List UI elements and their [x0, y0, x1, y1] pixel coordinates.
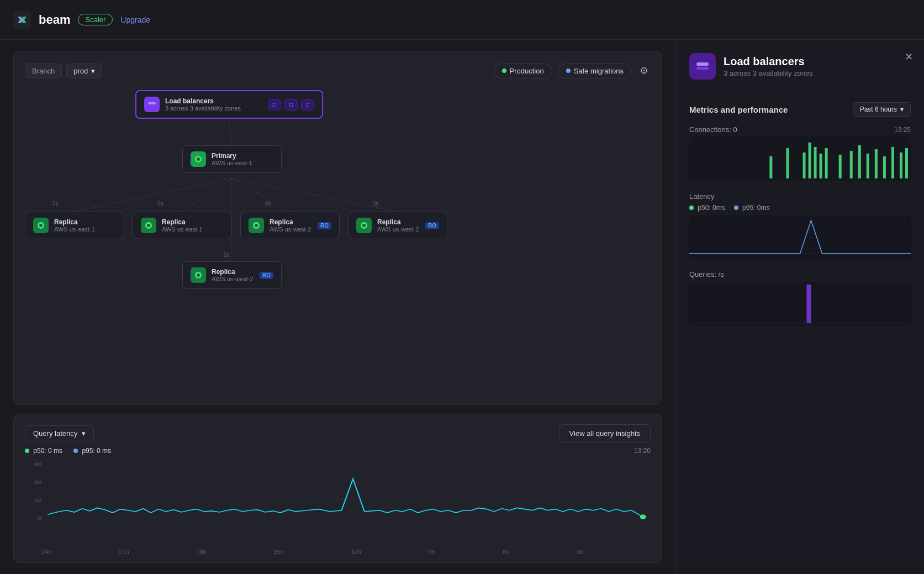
safe-migrations-label: Safe migrations: [574, 67, 624, 75]
p50-legend-value: 0ms: [712, 204, 725, 212]
svg-rect-42: [867, 154, 869, 178]
svg-rect-45: [891, 147, 894, 178]
svg-line-3: [182, 178, 232, 212]
svg-line-1: [229, 124, 232, 145]
svg-line-5: [232, 178, 398, 212]
p50-legend-dot: [689, 206, 694, 210]
main-layout: Branch prod ▾ Production Safe migrations: [0, 40, 924, 574]
latency-legend: p50: 0ms p95: 0ms: [689, 204, 911, 212]
replica-node-2[interactable]: Replica AWS us-east-1: [133, 212, 232, 239]
lb-icon: [144, 97, 160, 112]
x-label-3h: 3h: [577, 549, 583, 555]
ro-badge-4: RO: [425, 222, 439, 229]
ro-badge-5: RO: [260, 272, 273, 279]
replica-node-3[interactable]: Replica AWS us-west-2 RO: [240, 212, 340, 239]
topo-connectors: [25, 90, 651, 289]
scaler-badge: Scaler: [78, 14, 113, 25]
panel-title-row: Load balancers 3 across 3 availability z…: [689, 53, 911, 80]
svg-rect-41: [858, 145, 861, 178]
lb-instance-3: □: [301, 99, 314, 110]
p95-dot: [73, 449, 78, 453]
lb-instance-2: □: [284, 99, 298, 110]
svg-rect-38: [825, 148, 828, 178]
replica-icon-5: [191, 267, 206, 283]
lb-node[interactable]: Load balancers 3 across 3 availability z…: [135, 90, 323, 119]
panel-title: Load balancers: [724, 55, 813, 68]
latency-chart: [689, 215, 911, 259]
panel-close-btn[interactable]: ✕: [905, 51, 913, 63]
svg-rect-44: [883, 156, 886, 178]
p95-legend-dot: [734, 206, 738, 210]
svg-point-12: [39, 224, 43, 227]
x-label-6h: 6h: [503, 549, 509, 555]
svg-point-20: [197, 273, 200, 277]
query-chart: 30 20 10 0: [25, 458, 651, 546]
logo-icon: [13, 11, 31, 29]
lb-info: Load balancers 3 across 3 availability z…: [165, 97, 241, 112]
replica-5-info: Replica AWS us-west-2: [212, 268, 253, 282]
svg-rect-8: [148, 105, 156, 107]
svg-rect-35: [809, 143, 811, 178]
replica-node-4[interactable]: Replica AWS us-west-2 RO: [348, 212, 447, 239]
svg-rect-33: [786, 148, 789, 178]
replica-node-5[interactable]: Replica AWS us-west-2 RO: [182, 261, 282, 289]
production-btn[interactable]: Production: [494, 64, 552, 78]
p95-value: 0 ms: [97, 447, 111, 455]
replica-icon-4: [356, 218, 372, 233]
upgrade-link[interactable]: Upgrade: [120, 15, 150, 24]
svg-rect-36: [814, 147, 817, 178]
replica-icon-3: [249, 218, 264, 233]
settings-btn[interactable]: ⚙: [637, 62, 651, 79]
svg-rect-30: [696, 62, 709, 66]
metrics-header: Metrics and performance Past 6 hours ▾: [689, 102, 911, 117]
p50-value: 0 ms: [48, 447, 62, 455]
replica-2-info: Replica AWS us-east-1: [162, 218, 203, 233]
queries-label-row: Queries: /s: [689, 270, 911, 278]
svg-line-4: [232, 178, 290, 212]
chevron-down-icon: ▾: [91, 67, 95, 75]
topology-diagram: Load balancers 3 across 3 availability z…: [25, 90, 651, 289]
connections-label: Connections: 0: [689, 125, 737, 134]
x-label-21h: 21h: [119, 549, 129, 555]
time-range-dropdown[interactable]: Past 6 hours ▾: [853, 102, 911, 117]
divider-1: [689, 93, 911, 93]
stat-items: p50: 0 ms p95: 0 ms: [25, 447, 111, 455]
replica-4-info: Replica AWS us-west-2: [377, 218, 419, 233]
svg-rect-46: [900, 152, 902, 178]
queries-chart: [689, 282, 911, 326]
time-range-label: Past 6 hours: [860, 106, 897, 113]
replica-node-1[interactable]: Replica AWS us-east-1: [25, 212, 124, 239]
svg-point-16: [255, 224, 258, 227]
lb-subtitle: 3 across 3 availability zones: [165, 105, 241, 112]
panel-lb-icon: [689, 53, 716, 80]
svg-rect-47: [905, 148, 908, 178]
lb-title: Load balancers: [165, 97, 241, 105]
connections-metric: Connections: 0 13:25: [689, 125, 911, 181]
metrics-title: Metrics and performance: [689, 105, 788, 114]
diagram-header: Branch prod ▾ Production Safe migrations: [25, 62, 651, 79]
safe-migrations-btn[interactable]: Safe migrations: [558, 64, 632, 78]
branch-value: prod: [73, 67, 88, 75]
svg-rect-50: [807, 285, 811, 323]
primary-node[interactable]: Primary AWS us-east-1: [182, 145, 282, 173]
svg-text:0: 0: [38, 515, 41, 520]
query-chart-svg: 30 20 10 0: [25, 458, 651, 535]
branch-dropdown[interactable]: prod ▾: [66, 64, 102, 78]
svg-point-29: [640, 514, 646, 519]
latency-label: Latency: [689, 192, 715, 201]
app-title: beam: [39, 13, 70, 27]
replica-icon-2: [141, 218, 156, 233]
p50-dot: [25, 449, 29, 453]
chart-x-labels: 24h 21h 18h 15h 12h 9h 6h 3h: [25, 546, 651, 555]
view-insights-btn[interactable]: View all query insights: [559, 424, 651, 443]
p95-legend-value: 0ms: [757, 204, 770, 212]
svg-rect-40: [850, 151, 853, 178]
svg-rect-43: [875, 149, 878, 178]
primary-title: Primary: [212, 152, 252, 160]
safe-migrations-status-dot: [566, 69, 571, 73]
query-latency-dropdown[interactable]: Query latency ▾: [25, 425, 94, 441]
chevron-down-icon-panel: ▾: [900, 106, 904, 113]
panel-info: Load balancers 3 across 3 availability z…: [724, 55, 813, 77]
x-label-15h: 15h: [273, 549, 283, 555]
latency-0: 0s: [52, 201, 59, 207]
